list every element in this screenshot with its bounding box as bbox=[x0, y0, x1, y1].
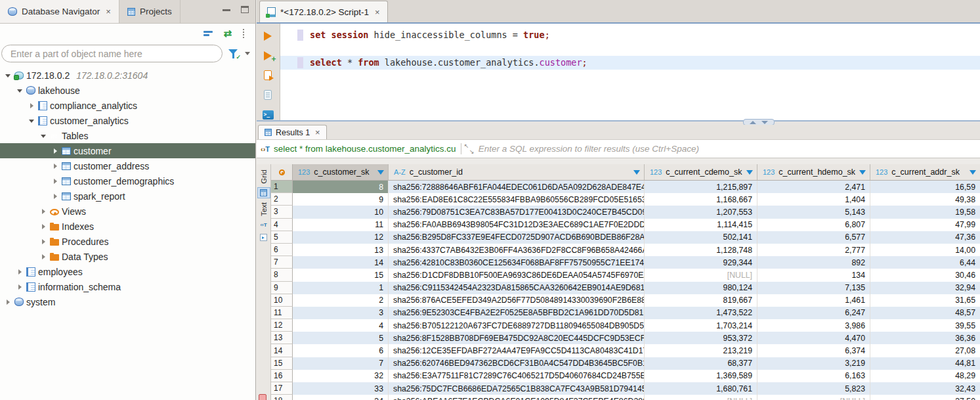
cell-c_customer_sk[interactable]: 34 bbox=[293, 395, 389, 400]
tab-sql-script[interactable]: *<172.18.0.2> Script-1 × bbox=[259, 1, 388, 22]
chevron-down-icon[interactable] bbox=[245, 52, 250, 55]
cell-c_customer_sk[interactable]: 11 bbox=[293, 219, 389, 231]
cell-c_customer_sk[interactable]: 12 bbox=[293, 231, 389, 244]
chevron-collapsed-icon[interactable] bbox=[51, 192, 60, 201]
tree-item-employees[interactable]: employees bbox=[0, 264, 255, 279]
cell-c_customer_sk[interactable]: 6 bbox=[293, 344, 389, 357]
cell-c_current_addr_sk[interactable]: 44,81 bbox=[870, 357, 980, 370]
chevron-collapsed-icon[interactable] bbox=[4, 298, 13, 307]
column-dropdown-icon[interactable] bbox=[746, 170, 753, 175]
view-menu-icon[interactable] bbox=[242, 28, 245, 39]
cell-c_current_hdemo_sk[interactable]: 892 bbox=[757, 256, 870, 269]
cell-c_current_hdemo_sk[interactable]: 7,135 bbox=[757, 282, 870, 294]
results-filter-bar[interactable]: ‹›T select * from lakehouse.customer_ana… bbox=[257, 140, 980, 158]
collapse-up-icon[interactable] bbox=[750, 121, 756, 124]
cell-c_customer_sk[interactable]: 10 bbox=[293, 206, 389, 218]
grid-mode-button[interactable] bbox=[258, 188, 270, 198]
tree-item-customer[interactable]: customer bbox=[0, 143, 255, 158]
cell-c_current_addr_sk[interactable]: 32,43 bbox=[870, 382, 980, 395]
cell-c_customer_id[interactable]: sha256:8F1528BB708DF69EB475DC92A8C20EC44… bbox=[389, 332, 645, 344]
cell-c_current_addr_sk[interactable]: 32,94 bbox=[870, 282, 980, 294]
cell-c_customer_id[interactable]: sha256:FA0ABB6943B98054FC31D12D3E3AEC689… bbox=[389, 219, 645, 231]
cell-c_current_cdemo_sk[interactable]: 819,667 bbox=[645, 294, 757, 307]
chevron-collapsed-icon[interactable] bbox=[51, 146, 60, 156]
text-mode-button[interactable]: ‹›T bbox=[258, 220, 270, 230]
close-icon[interactable]: × bbox=[315, 127, 320, 137]
chevron-collapsed-icon[interactable] bbox=[51, 177, 60, 186]
tree-item-data-types[interactable]: Data Types bbox=[0, 249, 255, 264]
cell-c_current_addr_sk[interactable]: 14,00 bbox=[870, 244, 980, 256]
cell-c_customer_sk[interactable]: 1 bbox=[293, 282, 389, 294]
maximize-icon[interactable] bbox=[241, 6, 249, 13]
cell-c_current_cdemo_sk[interactable]: 1,215,897 bbox=[645, 181, 757, 193]
row-number[interactable]: 2 bbox=[271, 193, 293, 206]
cell-c_current_cdemo_sk[interactable]: 929,344 bbox=[645, 256, 757, 269]
tree-item-customer-demographics[interactable]: customer_demographics bbox=[0, 173, 255, 189]
cell-c_current_hdemo_sk[interactable]: [NULL] bbox=[757, 395, 870, 400]
chevron-expanded-icon[interactable] bbox=[16, 86, 25, 95]
cell-c_current_hdemo_sk[interactable]: 3,219 bbox=[757, 357, 870, 370]
cell-c_current_hdemo_sk[interactable]: 134 bbox=[757, 269, 870, 281]
cell-c_customer_id[interactable]: sha256:12CE35EFDABF272A4A47E9FA9CC5D4113… bbox=[389, 344, 645, 357]
cell-c_customer_sk[interactable]: 4 bbox=[293, 319, 389, 332]
cell-c_customer_id[interactable]: sha256:E3A77511F81C7289C76C4065217D5D406… bbox=[389, 370, 645, 382]
tree-item-procedures[interactable]: Procedures bbox=[0, 234, 255, 249]
column-dropdown-icon[interactable] bbox=[633, 170, 640, 175]
cell-c_current_cdemo_sk[interactable]: 213,219 bbox=[645, 344, 757, 357]
cell-c_current_addr_sk[interactable]: 36,36 bbox=[870, 332, 980, 344]
cell-c_current_cdemo_sk[interactable]: [NULL] bbox=[645, 269, 757, 281]
expand-filter-icon[interactable] bbox=[465, 144, 474, 154]
cell-c_current_hdemo_sk[interactable]: 5,143 bbox=[757, 206, 870, 218]
cell-c_current_hdemo_sk[interactable]: 4,470 bbox=[757, 332, 870, 344]
row-number[interactable]: 18 bbox=[271, 395, 293, 400]
tab-database-navigator[interactable]: Database Navigator × bbox=[0, 0, 119, 23]
tree-item-tables[interactable]: Tables bbox=[0, 128, 255, 143]
cell-c_customer_id[interactable]: sha256:42810C83B0360CE125634F068BAF8FF75… bbox=[389, 256, 645, 269]
chevron-collapsed-icon[interactable] bbox=[39, 237, 49, 246]
row-number[interactable]: 16 bbox=[271, 370, 293, 382]
cell-c_current_cdemo_sk[interactable]: 68,377 bbox=[645, 357, 757, 370]
execute-script-button[interactable] bbox=[263, 70, 274, 81]
row-number[interactable]: 8 bbox=[271, 269, 293, 281]
cell-c_current_hdemo_sk[interactable]: 6,374 bbox=[757, 344, 870, 357]
cell-c_current_addr_sk[interactable]: 37,50 bbox=[870, 395, 980, 400]
row-number[interactable]: 14 bbox=[271, 344, 293, 357]
tree-item-information-schema[interactable]: information_schema bbox=[0, 279, 255, 294]
row-number[interactable]: 4 bbox=[271, 219, 293, 231]
cell-c_customer_sk[interactable]: 9 bbox=[293, 193, 389, 206]
cell-c_customer_id[interactable]: sha256:B705122120A673FC7DE6889727DB11809… bbox=[389, 319, 645, 332]
tree-item-172-18-0-2[interactable]: 172.18.0.2172.18.0.2:31604 bbox=[0, 68, 255, 83]
cell-c_customer_sk[interactable]: 15 bbox=[293, 269, 389, 281]
tab-projects[interactable]: Projects bbox=[119, 0, 181, 23]
cell-c_customer_id[interactable]: sha256:D1CDF8DBB10F500EA9693C86DE6DEAA05… bbox=[389, 269, 645, 281]
column-header-c_customer_sk[interactable]: 123c_customer_sk bbox=[293, 164, 389, 180]
column-header-c_current_addr_sk[interactable]: 123c_current_addr_sk bbox=[870, 164, 980, 180]
cell-c_current_addr_sk[interactable]: 31,65 bbox=[870, 294, 980, 307]
collapse-down-icon[interactable] bbox=[761, 121, 768, 124]
cell-c_current_hdemo_sk[interactable]: 5,823 bbox=[757, 382, 870, 395]
chevron-expanded-icon[interactable] bbox=[39, 131, 49, 141]
row-number[interactable]: 3 bbox=[271, 206, 293, 218]
cell-c_customer_sk[interactable]: 8 bbox=[293, 181, 389, 193]
tree-item-customer-analytics[interactable]: customer_analytics bbox=[0, 113, 255, 128]
chevron-expanded-icon[interactable] bbox=[28, 116, 37, 125]
chevron-collapsed-icon[interactable] bbox=[16, 267, 25, 277]
cell-c_customer_id[interactable]: sha256:C9115342454A2323DA815865CAA326064… bbox=[389, 282, 645, 294]
column-header-c_customer_id[interactable]: A-Zc_customer_id bbox=[389, 164, 645, 180]
cell-c_current_hdemo_sk[interactable]: 6,247 bbox=[757, 307, 870, 319]
explain-plan-button[interactable] bbox=[263, 90, 274, 100]
close-icon[interactable]: × bbox=[106, 7, 111, 16]
cell-c_current_addr_sk[interactable]: 27,08 bbox=[870, 344, 980, 357]
chevron-collapsed-icon[interactable] bbox=[39, 222, 49, 231]
execute-new-tab-button[interactable]: + bbox=[263, 51, 274, 61]
editor-results-splitter[interactable] bbox=[257, 120, 980, 125]
chevron-collapsed-icon[interactable] bbox=[28, 101, 37, 110]
cell-c_current_cdemo_sk[interactable]: 1,680,761 bbox=[645, 382, 757, 395]
cell-c_current_cdemo_sk[interactable]: 980,124 bbox=[645, 282, 757, 294]
cell-c_current_addr_sk[interactable]: 16,59 bbox=[870, 181, 980, 193]
cell-c_current_cdemo_sk[interactable]: 1,473,522 bbox=[645, 307, 757, 319]
tree-item-compliance-analytics[interactable]: compliance_analytics bbox=[0, 98, 255, 113]
row-number[interactable]: 17 bbox=[271, 382, 293, 395]
cell-c_current_cdemo_sk[interactable]: 1,703,214 bbox=[645, 319, 757, 332]
cell-c_current_addr_sk[interactable]: 47,36 bbox=[870, 231, 980, 244]
